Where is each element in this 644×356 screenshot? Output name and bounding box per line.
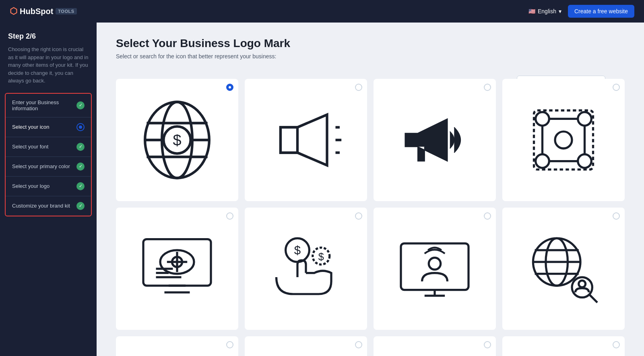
svg-point-15	[578, 112, 592, 126]
radio-selector	[226, 84, 233, 91]
monitor-cursor-icon	[135, 226, 219, 311]
flag-icon: 🇺🇸	[528, 8, 535, 14]
radio-selector	[613, 341, 620, 348]
icon-card-aerial-globe[interactable]	[116, 336, 238, 356]
video-call-icon	[392, 226, 477, 311]
header-right: 🇺🇸 English ▾ Create a free website	[528, 5, 634, 18]
radio-selector	[484, 212, 491, 220]
title-area: Select Your Business Logo Mark Select or…	[116, 37, 625, 69]
page-title: Select Your Business Logo Mark	[116, 37, 625, 50]
svg-point-47	[579, 280, 586, 287]
radio-selector	[355, 84, 362, 91]
sidebar-item-label: Customize your brand kit	[12, 203, 70, 209]
check-icon: ✓	[76, 202, 85, 210]
svg-point-13	[555, 132, 572, 148]
svg-point-14	[536, 112, 549, 126]
icon-card-video-camera[interactable]	[374, 336, 496, 356]
radio-selector	[613, 84, 620, 91]
check-icon: ✓	[76, 163, 85, 171]
svg-point-37	[429, 258, 440, 270]
check-icon: ✓	[76, 182, 85, 190]
sidebar-item-font[interactable]: Select your font ✓	[6, 137, 91, 157]
step-description: Choosing the right icon is crucial as it…	[8, 45, 89, 85]
coins-hand-icon: $ $	[264, 226, 348, 311]
radio-icon	[76, 123, 85, 131]
svg-text:$: $	[294, 243, 301, 257]
icon-card-video-call[interactable]	[374, 208, 496, 330]
page-subtitle: Select or search for the icon that bette…	[116, 53, 625, 60]
svg-text:$: $	[173, 132, 181, 148]
sidebar-item-logo[interactable]: Select your logo ✓	[6, 177, 91, 196]
language-selector[interactable]: 🇺🇸 English ▾	[528, 8, 561, 14]
icon-card-coins-hand[interactable]: $ $	[245, 208, 367, 330]
svg-line-46	[590, 295, 597, 302]
sidebar-item-label: Select your logo	[12, 183, 50, 189]
radio-selector	[613, 212, 620, 220]
svg-rect-8	[281, 128, 297, 153]
step-label: Step 2/6	[8, 32, 89, 41]
check-icon: ✓	[76, 143, 85, 151]
svg-text:$: $	[318, 251, 324, 262]
tools-badge: TOOLS	[56, 8, 76, 14]
logo-text: HubSpot	[20, 7, 53, 16]
sidebar-item-color[interactable]: Select your primary color ✓	[6, 157, 91, 177]
network-people-icon	[521, 98, 606, 182]
icon-card-megaphone[interactable]	[245, 79, 367, 201]
check-icon: ✓	[76, 101, 85, 109]
svg-point-16	[536, 154, 549, 168]
step-info: Step 2/6 Choosing the right icon is cruc…	[0, 32, 97, 93]
radio-selector	[355, 341, 362, 348]
main-content: Select Your Business Logo Mark Select or…	[97, 23, 644, 356]
sidebar-item-label: Select your primary color	[12, 163, 70, 169]
loudspeaker-icon	[392, 98, 477, 182]
app-header: ⬡ HubSpot TOOLS 🇺🇸 English ▾ Create a fr…	[0, 0, 644, 23]
sidebar-item-label: Select your font	[12, 144, 48, 150]
radio-selector	[484, 84, 491, 91]
svg-point-17	[578, 154, 592, 168]
create-website-button[interactable]: Create a free website	[568, 5, 634, 18]
radio-selector	[226, 341, 233, 348]
hubspot-icon: ⬡	[10, 6, 17, 16]
lang-label: English	[538, 8, 556, 14]
nav-items-list: Enter your Business information ✓ Select…	[5, 93, 92, 216]
icon-card-globe-search[interactable]	[502, 208, 625, 330]
icon-card-globe-dollar[interactable]: $	[116, 79, 238, 201]
megaphone-icon	[264, 98, 348, 182]
icon-grid: $	[116, 79, 625, 356]
icon-card-loudspeaker[interactable]	[374, 79, 496, 201]
radio-selector	[484, 341, 491, 348]
icon-card-monitor-cursor[interactable]	[116, 208, 238, 330]
icon-card-globe-transfer[interactable]	[502, 336, 625, 356]
icon-card-network[interactable]	[502, 79, 625, 201]
app-body: Step 2/6 Choosing the right icon is cruc…	[0, 23, 644, 356]
sidebar-item-label: Select your icon	[12, 124, 50, 130]
globe-dollar-icon: $	[135, 98, 219, 182]
sidebar-item-icon[interactable]: Select your icon	[6, 117, 91, 137]
icon-card-mobile-check[interactable]	[245, 336, 367, 356]
radio-selector	[226, 212, 233, 220]
globe-search-icon	[521, 226, 606, 311]
sidebar-item-business-info[interactable]: Enter your Business information ✓	[6, 94, 91, 117]
sidebar: Step 2/6 Choosing the right icon is cruc…	[0, 23, 97, 356]
chevron-down-icon: ▾	[559, 8, 561, 14]
sidebar-item-label: Enter your Business information	[12, 99, 76, 111]
top-section: Select Your Business Logo Mark Select or…	[116, 37, 625, 69]
radio-selector	[355, 212, 362, 220]
sidebar-item-brand-kit[interactable]: Customize your brand kit ✓	[6, 196, 91, 216]
logo: ⬡ HubSpot TOOLS	[10, 6, 77, 16]
